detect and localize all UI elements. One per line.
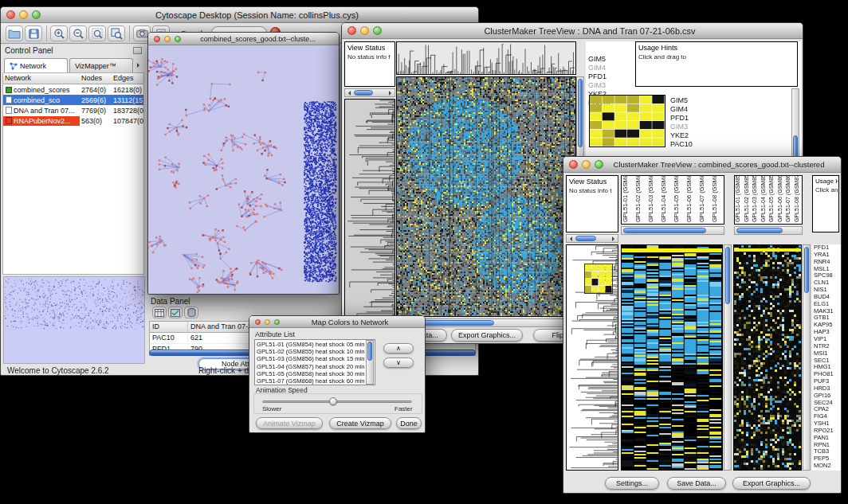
float-panel-icon[interactable] xyxy=(133,47,142,54)
list-v-scrollbar[interactable] xyxy=(366,340,374,385)
zoom-v-scrollbar[interactable] xyxy=(803,244,811,471)
scrollbar-thumb[interactable] xyxy=(725,247,730,304)
attribute-item[interactable]: GPL51-02 (GSM855) heat shock 10 min xyxy=(257,348,365,355)
animate-vizmap-button[interactable]: Animate Vizmap xyxy=(256,417,323,429)
create-vizmap-button[interactable]: Create Vizmap xyxy=(329,417,391,429)
column-label[interactable]: GPL51-08 (GSM872 xyxy=(711,176,724,224)
h-scrollbar[interactable] xyxy=(344,88,395,97)
attribute-item[interactable]: GPL51-01 (GSM854) heat shock 05 min xyxy=(257,341,365,348)
select-attributes-icon[interactable] xyxy=(168,307,183,318)
column-label[interactable]: GPL51-07 (GSM868 xyxy=(698,176,711,224)
scrollbar-thumb[interactable] xyxy=(804,247,809,293)
scroll-right-icon[interactable] xyxy=(612,236,617,241)
scroll-left-icon[interactable] xyxy=(346,91,351,96)
database-icon[interactable] xyxy=(184,307,198,318)
gene-label[interactable]: PFD1 xyxy=(588,72,610,81)
gene-label[interactable]: YKE2 xyxy=(670,131,693,140)
maximize-button[interactable] xyxy=(274,319,280,325)
column-label[interactable]: GPL51-04 (GSM857 xyxy=(760,176,769,224)
table-view-icon[interactable] xyxy=(152,307,167,318)
gene-label[interactable]: PFD1 xyxy=(670,114,693,123)
zoom-columns-h-scrollbar[interactable] xyxy=(734,226,803,235)
dialog-titlebar[interactable]: Map Colors to Network xyxy=(249,316,425,328)
scroll-right-icon[interactable] xyxy=(389,91,394,96)
minimize-button[interactable] xyxy=(360,26,369,35)
settings-button[interactable]: Settings... xyxy=(605,477,659,490)
close-button[interactable] xyxy=(569,160,578,169)
zoom-in-icon[interactable] xyxy=(50,25,68,41)
attribute-item[interactable]: GPL51-04 (GSM857) heat shock 20 min xyxy=(257,363,365,370)
column-label[interactable]: GPL51-05 (GSM858 xyxy=(673,176,685,224)
done-button[interactable]: Done xyxy=(396,417,422,429)
gene-label[interactable]: GIM4 xyxy=(670,105,693,114)
save-session-icon[interactable] xyxy=(25,25,42,41)
gene-label[interactable]: PAC10 xyxy=(670,140,693,149)
gene-label[interactable]: GIM3 xyxy=(670,123,693,131)
scrollbar-thumb[interactable] xyxy=(354,90,373,96)
attribute-item[interactable]: GPL51-03 (GSM856) heat shock 15 min xyxy=(257,355,365,362)
network-table-header[interactable]: Network Nodes Edges xyxy=(3,73,143,84)
zoom-heatmap[interactable] xyxy=(733,244,802,471)
column-label[interactable]: GPL51-06 (GSM865 xyxy=(777,176,786,224)
network-view-titlebar[interactable]: combined_scores_good.txt--cluste... xyxy=(148,33,339,45)
column-label[interactable]: GPL51-03 (GSM856 xyxy=(647,176,660,224)
export-graphics-button[interactable]: Export Graphics... xyxy=(732,477,811,490)
column-label[interactable]: GPL51-07 (GSM868 xyxy=(785,176,794,224)
maximize-button[interactable] xyxy=(32,10,41,19)
slider-thumb[interactable] xyxy=(329,397,337,405)
maximize-button[interactable] xyxy=(595,160,603,169)
scrollbar-thumb[interactable] xyxy=(736,228,783,233)
main-titlebar[interactable]: Cytoscape Desktop (Session Name: collins… xyxy=(1,7,478,23)
open-session-icon[interactable] xyxy=(6,25,23,41)
treeview2-titlebar[interactable]: ClusterMaker TreeView : combined_scores_… xyxy=(563,157,841,173)
column-label[interactable]: GPL51-05 (GSM858 xyxy=(768,176,777,224)
row-dendrogram[interactable] xyxy=(344,99,395,317)
network-canvas[interactable] xyxy=(148,45,339,294)
move-down-button[interactable]: ∨ xyxy=(383,357,414,368)
gene-label[interactable]: GIM3 xyxy=(588,81,610,90)
close-button[interactable] xyxy=(255,319,261,325)
network-overview-thumbnail[interactable] xyxy=(3,276,145,364)
network-row[interactable]: combined_sco 2569(6) 13112(15) xyxy=(3,95,143,105)
network-row[interactable]: RNAPuberNov2... 563(0) 107847(0) xyxy=(3,115,143,126)
column-label[interactable]: GPL51-01 (GSM854 xyxy=(735,176,744,224)
correlation-matrix[interactable] xyxy=(589,95,665,147)
zoom-out-icon[interactable] xyxy=(69,25,87,41)
close-button[interactable] xyxy=(6,10,15,19)
maximize-button[interactable] xyxy=(175,36,181,42)
minimize-button[interactable] xyxy=(582,160,591,169)
tab-overflow-arrow[interactable] xyxy=(137,63,142,68)
scrollbar-thumb[interactable] xyxy=(623,228,706,233)
minimize-button[interactable] xyxy=(164,36,171,42)
column-label[interactable]: GPL51-06 (GSM865 xyxy=(685,176,698,224)
minimize-button[interactable] xyxy=(265,319,270,325)
gene-label[interactable]: GIM5 xyxy=(588,55,610,64)
scroll-left-icon[interactable] xyxy=(567,236,572,241)
column-label[interactable]: GPL51-02 (GSM855 xyxy=(634,176,647,224)
minimize-button[interactable] xyxy=(19,10,28,19)
treeview1-titlebar[interactable]: ClusterMaker TreeView : DNA and Tran 07-… xyxy=(342,23,803,39)
header-network[interactable]: Network xyxy=(3,73,80,84)
gene-label[interactable]: GIM5 xyxy=(670,96,693,105)
gene-label[interactable]: GIM4 xyxy=(588,64,610,72)
move-up-button[interactable]: ∧ xyxy=(383,343,414,354)
scrollbar-thumb[interactable] xyxy=(578,79,583,147)
tab-network[interactable]: Network xyxy=(4,58,68,72)
column-label[interactable]: GPL51-02 (GSM855 xyxy=(744,176,752,224)
column-dendrogram[interactable] xyxy=(396,41,576,75)
export-graphics-button[interactable]: Export Graphics... xyxy=(451,329,523,342)
attribute-item[interactable]: GPL51-07 (GSM868) heat shock 60 min xyxy=(257,377,365,385)
header-nodes[interactable]: Nodes xyxy=(80,73,112,84)
zoom-fit-icon[interactable] xyxy=(88,25,106,41)
global-heatmap[interactable] xyxy=(621,244,723,471)
id-header[interactable]: ID xyxy=(150,322,188,332)
save-data-button[interactable]: Save Data... xyxy=(667,477,726,490)
gene-label[interactable]: MON2 xyxy=(814,463,841,470)
attribute-item[interactable]: GPL51-05 (GSM858) heat shock 30 min xyxy=(257,370,365,377)
close-button[interactable] xyxy=(154,36,160,42)
expression-heatmap[interactable] xyxy=(396,76,576,317)
selection-matrix[interactable] xyxy=(584,264,613,294)
animation-speed-slider[interactable] xyxy=(262,400,412,403)
column-label[interactable]: GPL51-03 (GSM856 xyxy=(752,176,760,224)
tab-vizmapper[interactable]: VizMapper™ xyxy=(69,58,133,72)
